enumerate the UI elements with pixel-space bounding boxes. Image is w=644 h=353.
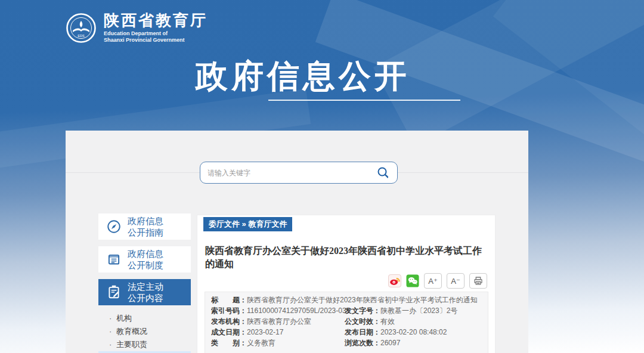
compass-icon <box>106 219 122 234</box>
sidebar-subitem-main-duties[interactable]: 主要职责 <box>98 338 191 351</box>
org-name-en-line1: Education Department of <box>104 30 208 37</box>
meta-label: 发布机构： <box>211 317 247 326</box>
sidebar-item-label: 政府信息 公开制度 <box>128 248 163 271</box>
title-underline <box>268 100 460 101</box>
print-button[interactable] <box>469 273 487 289</box>
meta-value: 2023-02-17 <box>247 328 283 336</box>
wechat-share-button[interactable] <box>406 274 419 287</box>
search-button[interactable] <box>374 164 392 182</box>
meta-label: 发布日期： <box>345 328 380 336</box>
breadcrumb[interactable]: 委厅文件 » 教育厅文件 <box>203 217 292 231</box>
clipboard-pencil-icon <box>106 284 122 300</box>
org-name-zh: 陕西省教育厅 <box>104 12 208 29</box>
sidebar-item-label: 法定主动 公开内容 <box>128 281 163 304</box>
article-card: 委厅文件 » 教育厅文件 陕西省教育厅办公室关于做好2023年陕西省初中学业水平… <box>197 215 496 353</box>
meta-label: 类 别： <box>211 339 247 347</box>
document-meta-table: 标 题：陕西省教育厅办公室关于做好2023年陕西省初中学业水平考试工作的通知 索… <box>205 292 488 353</box>
page-title: 政府信息公开 <box>196 55 410 98</box>
meta-label: 标 题： <box>211 296 247 304</box>
meta-row-index: 索引号码：11610000741297059L/2023-031 发文字号：陕教… <box>211 305 482 316</box>
site-logo[interactable]: EDS 陕西省教育厅 Education Department of Shaan… <box>66 12 208 44</box>
sidebar-item-gov-info-system[interactable]: 政府信息 公开制度 <box>98 246 191 273</box>
weibo-share-button[interactable] <box>388 274 401 287</box>
education-department-emblem-icon: EDS <box>66 13 97 44</box>
meta-value: 陕教基一办〔2023〕2号 <box>380 306 457 315</box>
meta-value: 2023-02-20 08:48:02 <box>380 328 447 336</box>
meta-value: 义务教育 <box>247 339 275 347</box>
article-toolbar: A⁺ A⁻ <box>388 273 487 289</box>
meta-label: 浏览次数： <box>345 339 380 347</box>
meta-value: 26097 <box>380 339 400 347</box>
article-title: 陕西省教育厅办公室关于做好2023年陕西省初中学业水平考试工作的通知 <box>205 244 487 270</box>
sidebar: 政府信息 公开指南 政府信息 公开制度 <box>98 213 191 353</box>
meta-label: 索引号码： <box>211 306 247 315</box>
meta-row-issuer: 发布机构：陕西省教育厅办公室 公文时效：有效 <box>211 316 482 327</box>
wechat-icon <box>406 274 419 287</box>
font-decrease-button[interactable]: A⁻ <box>447 273 465 289</box>
site-logo-text: 陕西省教育厅 Education Department of Shaanxi P… <box>104 12 208 44</box>
meta-value: 有效 <box>380 317 395 326</box>
meta-row-dates: 成文日期：2023-02-17 发布日期：2023-02-20 08:48:02 <box>211 327 482 337</box>
sidebar-item-label: 政府信息 公开指南 <box>128 215 163 239</box>
page: EDS 陕西省教育厅 Education Department of Shaan… <box>0 0 644 353</box>
meta-value: 11610000741297059L/2023-031 <box>247 306 350 315</box>
weibo-icon <box>388 274 401 287</box>
document-icon <box>106 252 122 267</box>
meta-label: 成文日期： <box>211 328 247 336</box>
meta-row-category: 类 别：义务教育 浏览次数：26097 <box>211 337 482 348</box>
sidebar-sublist: 机构 教育概况 主要职责 委厅文件 <box>98 312 191 353</box>
meta-row-title: 标 题：陕西省教育厅办公室关于做好2023年陕西省初中学业水平考试工作的通知 <box>211 295 482 305</box>
org-name-en: Education Department of Shaanxi Provinci… <box>104 30 208 44</box>
search-icon <box>376 166 391 180</box>
org-name-en-line2: Shaanxi Provincial Government <box>104 37 208 44</box>
bg-streak <box>373 0 644 147</box>
sidebar-item-statutory-disclosure[interactable]: 法定主动 公开内容 <box>98 279 191 305</box>
printer-icon <box>473 275 484 286</box>
search-input[interactable] <box>208 169 374 177</box>
svg-text:EDS: EDS <box>78 33 85 37</box>
content-panel: 政府信息 公开指南 政府信息 公开制度 <box>66 131 528 353</box>
meta-value: 陕西省教育厅办公室关于做好2023年陕西省初中学业水平考试工作的通知 <box>247 296 478 304</box>
sidebar-item-gov-info-guide[interactable]: 政府信息 公开指南 <box>98 213 191 240</box>
sidebar-subitem-org[interactable]: 机构 <box>98 312 191 325</box>
meta-value: 陕西省教育厅办公室 <box>247 317 311 326</box>
sidebar-subitem-education-overview[interactable]: 教育概况 <box>98 325 191 338</box>
search-bar <box>200 162 398 184</box>
meta-label: 公文时效： <box>345 317 380 326</box>
meta-label: 发文字号： <box>345 306 380 315</box>
font-increase-button[interactable]: A⁺ <box>424 273 442 289</box>
